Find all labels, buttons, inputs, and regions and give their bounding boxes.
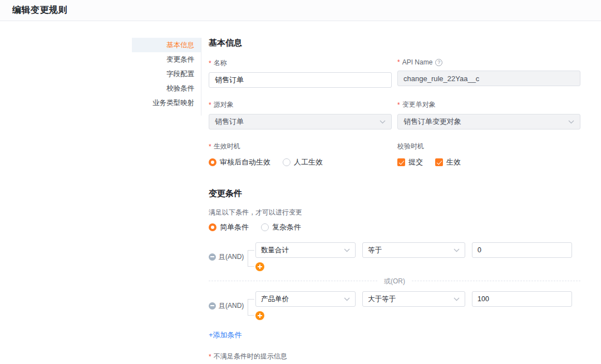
form-column: 基本信息 * 名称 * API Name ? [209,38,580,364]
api-name-input [397,71,580,86]
radio-on-icon [209,158,216,166]
condition-field-select[interactable]: 产品单价 [255,291,356,307]
add-condition-icon[interactable] [255,262,264,271]
radio-on-icon [209,223,216,231]
name-label: * 名称 [209,58,392,68]
group-bracket [248,299,254,316]
add-condition-link[interactable]: +添加条件 [209,330,242,340]
condition-field-select[interactable]: 数量合计 [255,242,356,258]
api-name-field-group: * API Name ? [397,58,580,88]
name-input[interactable] [209,72,392,88]
field-row: * 名称 * API Name ? [209,58,580,88]
group-bracket [248,250,254,267]
fail-message-group: * 不满足条件时的提示信息 订单不符合变更条件 [209,352,580,364]
group-rows: 产品单价 大于等于 [255,291,580,320]
checkbox-submit[interactable]: 提交 [397,157,423,167]
remove-group-icon[interactable] [209,253,216,261]
required-mark: * [209,101,211,109]
or-divider-label: 或(OR) [378,277,411,286]
validate-timing-label: 校验时机 [397,142,580,151]
chevron-down-icon [568,120,574,124]
change-object-select: 销售订单变更对象 [397,114,580,129]
field-row: * 源对象 销售订单 * 变更单对象 销售订单变更对象 [209,100,580,129]
required-mark: * [209,143,211,151]
effective-timing-options: 审核后自动生效 人工生效 [209,157,392,167]
source-object-label: * 源对象 [209,100,392,109]
api-name-label: * API Name ? [397,58,580,66]
condition-helper-text: 满足以下条件，才可以进行变更 [209,208,580,217]
chevron-down-icon [454,248,460,252]
fail-message-label: * 不满足条件时的提示信息 [209,352,580,361]
required-mark: * [397,101,400,109]
radio-manual-effective[interactable]: 人工生效 [283,157,323,167]
chevron-down-icon [454,297,460,301]
sidebar-item-field-config[interactable]: 字段配置 [132,67,201,81]
radio-complex-condition[interactable]: 复杂条件 [261,222,301,232]
chevron-down-icon [344,248,350,252]
change-object-label: * 变更单对象 [397,100,580,109]
change-object-field-group: * 变更单对象 销售订单变更对象 [397,100,580,129]
radio-simple-condition[interactable]: 简单条件 [209,222,249,232]
checkbox-effective[interactable]: 生效 [435,157,461,167]
sidebar-item-change-condition[interactable]: 变更条件 [132,52,201,67]
name-field-group: * 名称 [209,58,392,88]
page-title: 编辑变更规则 [12,4,67,16]
add-condition-icon[interactable] [255,311,264,320]
change-object-value: 销售订单变更对象 [403,117,461,127]
checkbox-checked-icon [435,158,443,166]
chevron-down-icon [344,297,350,301]
effective-timing-label: * 生效时机 [209,142,392,151]
group-logic-label: 且(AND) [219,301,244,311]
group-logic-label: 且(AND) [219,252,244,262]
page-header: 编辑变更规则 [0,0,601,21]
validate-timing-options: 提交 生效 [397,157,580,167]
condition-group-logic: 且(AND) [209,242,248,271]
condition-row: 产品单价 大于等于 [255,291,580,307]
remove-group-icon[interactable] [209,302,216,310]
chevron-down-icon [380,120,386,124]
effective-timing-group: * 生效时机 审核后自动生效 人工生效 [209,142,392,167]
condition-group-1: 且(AND) 数量合计 等于 [209,242,580,271]
sidebar-item-validation-condition[interactable]: 校验条件 [132,81,201,96]
condition-group-logic: 且(AND) [209,291,248,320]
radio-off-icon [283,158,290,166]
condition-operator-select[interactable]: 等于 [362,242,465,258]
help-icon[interactable]: ? [435,59,442,66]
required-mark: * [209,353,211,361]
source-object-field-group: * 源对象 销售订单 [209,100,392,129]
main-content: 基本信息 变更条件 字段配置 校验条件 业务类型映射 基本信息 * 名称 * A… [0,21,601,364]
required-mark: * [397,58,400,66]
step-sidebar: 基本信息 变更条件 字段配置 校验条件 业务类型映射 [132,38,201,116]
checkbox-checked-icon [397,158,405,166]
radio-auto-effective[interactable]: 审核后自动生效 [209,157,270,167]
basic-info-section-title: 基本信息 [209,38,580,48]
field-row: * 生效时机 审核后自动生效 人工生效 校验时机 [209,142,580,167]
sidebar-item-basic-info[interactable]: 基本信息 [132,38,201,52]
sidebar-item-business-type-mapping[interactable]: 业务类型映射 [132,96,201,110]
required-mark: * [209,59,211,67]
validate-timing-group: 校验时机 提交 生效 [397,142,580,167]
source-object-value: 销售订单 [215,117,244,127]
condition-value-input[interactable] [472,291,572,307]
source-object-select: 销售订单 [209,114,392,129]
condition-mode-options: 简单条件 复杂条件 [209,222,580,232]
condition-operator-select[interactable]: 大于等于 [362,291,465,307]
condition-value-input[interactable] [472,242,572,258]
group-rows: 数量合计 等于 [255,242,580,271]
radio-off-icon [261,223,269,231]
condition-group-2: 且(AND) 产品单价 大于等于 [209,291,580,320]
change-condition-section-title: 变更条件 [209,188,580,199]
or-divider: 或(OR) [209,281,580,281]
condition-row: 数量合计 等于 [255,242,580,258]
